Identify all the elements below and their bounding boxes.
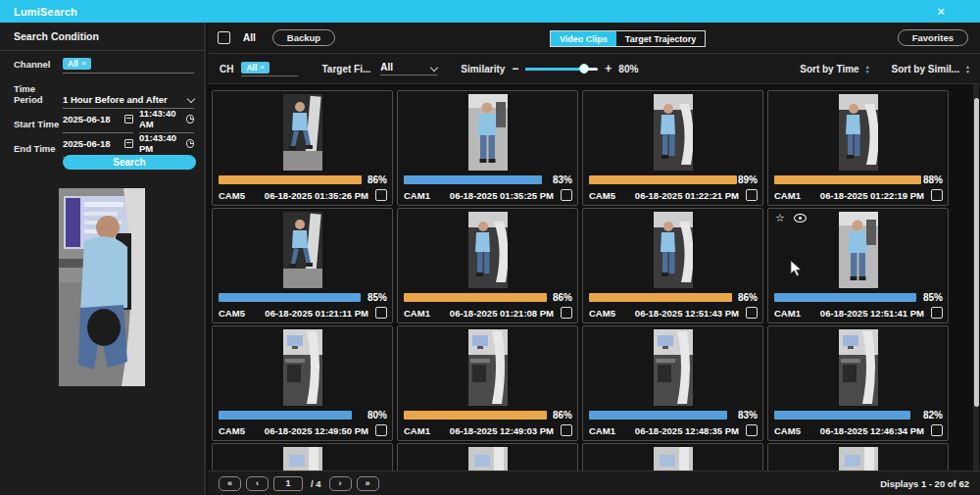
clip-info-row: CAM1 06-18-2025 01:22:19 PM: [774, 189, 943, 201]
calendar-icon[interactable]: [124, 139, 133, 148]
clip-thumbnail[interactable]: [839, 94, 878, 171]
clip-card[interactable]: ☆ 80% CAM5 06-18-2025 12:49:50 PM: [212, 325, 393, 441]
tab-video-clips[interactable]: Video Clips: [551, 31, 616, 46]
camera-label: CAM1: [589, 425, 615, 436]
clip-card[interactable]: ☆ 86% CAM1 06-18-2025 01:21:08 PM: [397, 208, 578, 323]
select-all-checkbox[interactable]: [218, 31, 230, 44]
channel-field[interactable]: All×: [63, 58, 194, 74]
sort-arrows-icon[interactable]: ▲▼: [865, 65, 870, 74]
backup-button[interactable]: Backup: [272, 29, 335, 46]
page-number-input[interactable]: 1: [273, 476, 303, 491]
chip-close-icon[interactable]: ×: [260, 63, 265, 73]
clip-timestamp: 06-18-2025 12:46:34 PM: [820, 425, 924, 436]
view-tabs: Video Clips Target Trajectory: [550, 30, 706, 47]
clip-checkbox[interactable]: [561, 424, 572, 436]
clip-card[interactable]: ☆: [582, 443, 763, 470]
sort-arrows-icon[interactable]: ▲▼: [965, 65, 970, 74]
start-clock-field[interactable]: 11:43:40 AM: [139, 108, 194, 133]
clip-card[interactable]: ☆ 83% CAM1 06-18-2025 12:48:35 PM: [582, 325, 763, 441]
target-filter-select[interactable]: All: [380, 62, 437, 75]
last-page-button[interactable]: »: [357, 476, 379, 491]
clip-thumbnail[interactable]: [283, 329, 322, 406]
clip-thumbnail[interactable]: [654, 212, 693, 288]
clip-thumbnail[interactable]: [283, 447, 322, 470]
tab-target-trajectory[interactable]: Target Trajectory: [616, 31, 705, 46]
clip-card[interactable]: ☆ 86% CAM1 06-18-2025 12:49:03 PM: [397, 325, 578, 441]
similarity-plus-button[interactable]: +: [605, 62, 612, 75]
prev-page-button[interactable]: ‹: [246, 476, 269, 491]
clip-thumbnail[interactable]: [468, 329, 508, 406]
clip-thumbnail[interactable]: [654, 94, 693, 171]
clip-info-row: CAM5 06-18-2025 01:22:21 PM: [589, 189, 758, 201]
similarity-minus-button[interactable]: −: [512, 62, 518, 75]
similarity-bar-row: 86%: [404, 292, 572, 303]
clip-checkbox[interactable]: [375, 307, 387, 319]
ch-chip[interactable]: All×: [241, 62, 270, 74]
results-panel: All Backup Video Clips Target Trajectory…: [208, 23, 980, 495]
clip-card[interactable]: ☆ 86% CAM5 06-18-2025 12:51:43 PM: [582, 208, 763, 323]
clip-thumbnail[interactable]: [839, 447, 878, 470]
clip-checkbox[interactable]: [746, 307, 758, 319]
next-page-button[interactable]: ›: [329, 476, 352, 491]
clock-icon[interactable]: [186, 115, 194, 124]
similarity-bar-row: 88%: [774, 174, 943, 185]
clip-checkbox[interactable]: [561, 307, 572, 319]
clip-thumbnail[interactable]: [839, 212, 878, 288]
slider-thumb[interactable]: [579, 64, 589, 74]
scrollbar-thumb[interactable]: [974, 98, 979, 407]
clock-icon[interactable]: [186, 139, 194, 148]
clip-thumbnail[interactable]: [839, 329, 878, 406]
similarity-slider[interactable]: [525, 64, 598, 74]
clip-card[interactable]: ☆ 89% CAM5 06-18-2025 01:22:21 PM: [582, 90, 763, 206]
mouse-cursor-icon: [790, 260, 803, 277]
camera-label: CAM5: [774, 425, 801, 436]
vertical-scrollbar[interactable]: [973, 84, 979, 470]
clip-card[interactable]: ☆: [767, 443, 949, 470]
clip-thumbnail[interactable]: [468, 94, 508, 171]
clip-card[interactable]: ☆ 86% CAM5 06-18-2025 01:35:26 PM: [212, 90, 393, 206]
lumisearch-window: LumiSearch × Search Condition Channel Al…: [0, 0, 980, 495]
first-page-button[interactable]: «: [219, 476, 241, 491]
similarity-percent: 86%: [553, 410, 572, 421]
favorites-button[interactable]: Favorites: [898, 29, 968, 46]
clip-thumbnail[interactable]: [468, 212, 508, 288]
clip-thumbnail[interactable]: [468, 447, 508, 470]
clip-card[interactable]: ☆ 88% CAM1 06-18-2025 01:22:19 PM: [767, 90, 949, 206]
clip-card[interactable]: ☆: [397, 443, 578, 470]
sort-by-time[interactable]: Sort by Time ▲▼: [800, 64, 869, 74]
clip-card[interactable]: ☆: [212, 443, 393, 470]
clip-card[interactable]: ☆ 85% CAM1 06-18-2025 12:51:41 PM: [767, 208, 949, 323]
ch-filter-field[interactable]: All×: [241, 62, 298, 76]
clip-card[interactable]: ☆ 83% CAM1 06-18-2025 01:35:25 PM: [397, 90, 578, 206]
close-icon[interactable]: ×: [937, 4, 945, 19]
search-button[interactable]: Search: [63, 155, 196, 170]
calendar-icon[interactable]: [124, 115, 133, 124]
favorite-star-icon[interactable]: ☆: [775, 213, 785, 223]
clip-card[interactable]: ☆ 82% CAM5 06-18-2025 12:46:34 PM: [767, 325, 949, 441]
start-date-field[interactable]: 2025-06-18: [63, 108, 133, 133]
clip-timestamp: 06-18-2025 12:51:41 PM: [820, 308, 924, 319]
time-period-label: Time Period: [14, 83, 63, 109]
similarity-bar-row: 89%: [589, 174, 758, 185]
clip-checkbox[interactable]: [375, 424, 387, 436]
clip-checkbox[interactable]: [931, 307, 943, 319]
clip-checkbox[interactable]: [746, 189, 758, 201]
similarity-bar: [404, 175, 542, 184]
clip-thumbnail[interactable]: [654, 329, 693, 406]
clip-thumbnail[interactable]: [283, 212, 322, 288]
clip-checkbox[interactable]: [746, 424, 758, 436]
clip-timestamp: 06-18-2025 01:22:19 PM: [820, 190, 924, 201]
channel-chip[interactable]: All×: [63, 58, 91, 70]
preview-eye-icon[interactable]: [794, 214, 807, 223]
similarity-percent: 85%: [923, 292, 943, 303]
clip-thumbnail[interactable]: [654, 447, 693, 470]
time-period-select[interactable]: 1 Hour Before and After: [63, 94, 194, 109]
clip-card[interactable]: ☆ 85% CAM5 06-18-2025 01:21:11 PM: [212, 208, 393, 323]
sort-by-similarity[interactable]: Sort by Simil... ▲▼: [892, 64, 970, 74]
chip-close-icon[interactable]: ×: [81, 59, 86, 69]
clip-checkbox[interactable]: [561, 189, 572, 201]
clip-checkbox[interactable]: [931, 424, 943, 436]
clip-checkbox[interactable]: [931, 189, 943, 201]
clip-thumbnail[interactable]: [283, 94, 322, 171]
clip-checkbox[interactable]: [375, 189, 387, 201]
